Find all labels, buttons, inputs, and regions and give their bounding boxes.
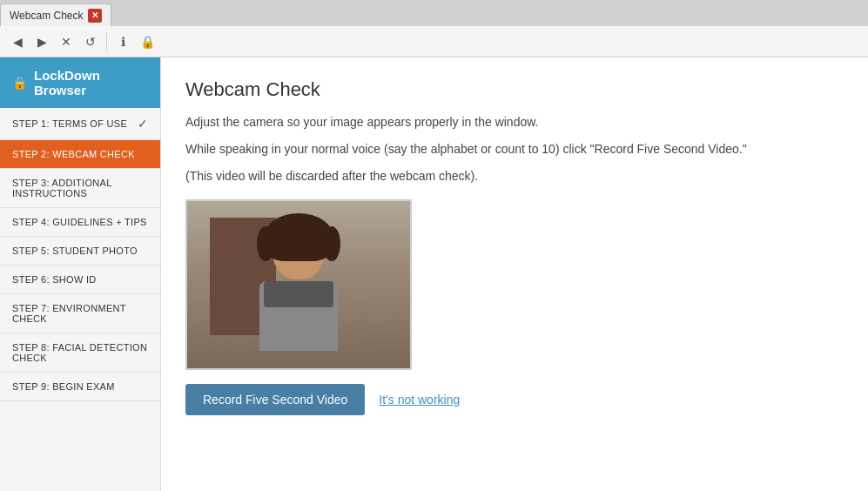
sidebar-item-step5[interactable]: STEP 5: STUDENT PHOTO <box>0 237 160 266</box>
sidebar-title: LockDown Browser <box>34 68 148 98</box>
sidebar-item-step9[interactable]: STEP 9: BEGIN EXAM <box>0 373 160 401</box>
sidebar-item-step8[interactable]: STEP 8: FACIAL DETECTION CHECK <box>0 333 160 373</box>
person-figure <box>246 220 351 368</box>
sidebar-item-label: STEP 6: SHOW ID <box>12 274 97 285</box>
sidebar-item-label: STEP 1: TERMS OF USE <box>12 118 127 129</box>
refresh-button[interactable]: ↺ <box>80 31 101 52</box>
description-1: Adjust the camera so your image appears … <box>185 113 844 131</box>
sidebar-item-label: STEP 3: ADDITIONAL INSTRUCTIONS <box>12 178 148 198</box>
sidebar: 🔒 LockDown Browser STEP 1: TERMS OF USE … <box>0 57 161 491</box>
sidebar-item-step4[interactable]: STEP 4: GUIDELINES + TIPS <box>0 208 160 237</box>
forward-button[interactable]: ▶ <box>31 31 52 52</box>
browser-chrome: Webcam Check ✕ ◀ ▶ ✕ ↺ ℹ 🔒 <box>0 0 868 57</box>
back-button[interactable]: ◀ <box>7 31 28 52</box>
person-hair <box>264 213 333 261</box>
sidebar-item-label: STEP 2: WEBCAM CHECK <box>12 149 135 159</box>
page-title: Webcam Check <box>185 78 844 101</box>
browser-body: 🔒 LockDown Browser STEP 1: TERMS OF USE … <box>0 57 868 491</box>
close-nav-button[interactable]: ✕ <box>56 31 77 52</box>
sidebar-item-step2[interactable]: STEP 2: WEBCAM CHECK <box>0 140 160 169</box>
shield-icon: 🔒 <box>137 31 158 52</box>
sidebar-item-label: STEP 5: STUDENT PHOTO <box>12 246 138 256</box>
sidebar-item-step1[interactable]: STEP 1: TERMS OF USE ✓ <box>0 108 160 140</box>
sidebar-item-step7[interactable]: STEP 7: ENVIRONMENT CHECK <box>0 294 160 333</box>
checkmark-icon: ✓ <box>138 117 148 131</box>
lock-icon: 🔒 <box>12 76 27 90</box>
sidebar-header: 🔒 LockDown Browser <box>0 57 160 108</box>
active-tab[interactable]: Webcam Check ✕ <box>0 3 111 26</box>
sidebar-item-label: STEP 9: BEGIN EXAM <box>12 381 115 392</box>
tab-title: Webcam Check <box>10 10 83 22</box>
sidebar-item-label: STEP 4: GUIDELINES + TIPS <box>12 217 147 227</box>
person-torso <box>259 281 338 351</box>
webcam-container <box>185 199 412 370</box>
action-row: Record Five Second Video It's not workin… <box>185 384 844 415</box>
info-icon: ℹ <box>112 31 133 52</box>
description-2: While speaking in your normal voice (say… <box>185 140 844 158</box>
nav-bar: ◀ ▶ ✕ ↺ ℹ 🔒 <box>0 26 868 57</box>
record-button[interactable]: Record Five Second Video <box>185 384 365 415</box>
person-head <box>273 220 325 279</box>
person-scarf <box>264 281 333 307</box>
sidebar-item-label: STEP 7: ENVIRONMENT CHECK <box>12 303 148 324</box>
sidebar-item-step3[interactable]: STEP 3: ADDITIONAL INSTRUCTIONS <box>0 169 160 208</box>
description-3: (This video will be discarded after the … <box>185 167 844 185</box>
sidebar-item-label: STEP 8: FACIAL DETECTION CHECK <box>12 342 148 363</box>
main-content: Webcam Check Adjust the camera so your i… <box>161 57 868 491</box>
nav-divider <box>106 33 107 50</box>
not-working-link[interactable]: It's not working <box>379 393 460 407</box>
sidebar-item-step6[interactable]: STEP 6: SHOW ID <box>0 266 160 294</box>
tab-bar: Webcam Check ✕ <box>0 0 868 26</box>
webcam-feed <box>187 201 410 368</box>
tab-close-button[interactable]: ✕ <box>88 9 102 23</box>
